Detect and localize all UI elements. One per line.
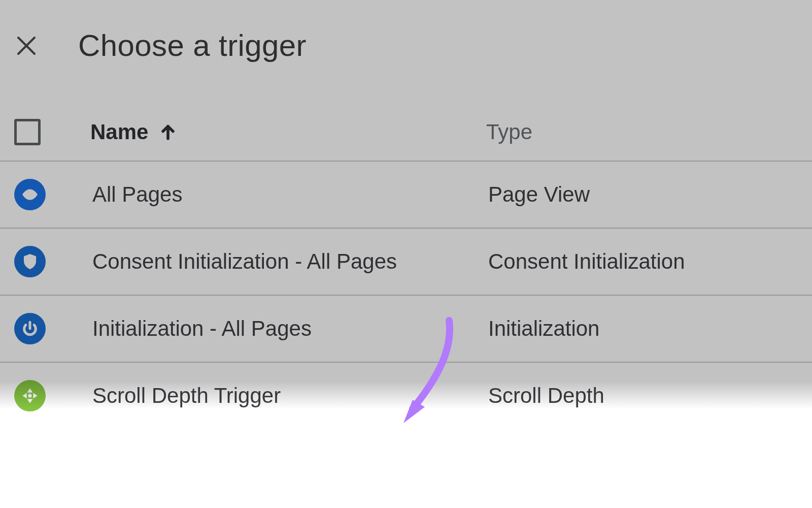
trigger-name: Consent Initialization - All Pages (92, 249, 488, 274)
eye-icon (14, 179, 46, 210)
trigger-type: Initialization (488, 316, 798, 341)
column-header-name[interactable]: Name (90, 120, 486, 144)
trigger-type: Page View (488, 182, 798, 207)
trigger-row[interactable]: Initialization - All Pages Initializatio… (0, 296, 812, 363)
panel-header: Choose a trigger (0, 0, 812, 104)
svg-point-4 (29, 194, 31, 196)
svg-marker-7 (28, 389, 32, 392)
sort-ascending-icon (159, 123, 177, 141)
power-icon (14, 313, 46, 344)
svg-marker-10 (33, 394, 37, 398)
panel-title: Choose a trigger (78, 28, 307, 63)
trigger-type: Consent Initialization (488, 249, 798, 274)
close-icon[interactable] (15, 35, 38, 57)
column-header-type-label: Type (486, 120, 532, 144)
svg-marker-9 (23, 394, 26, 398)
svg-point-6 (28, 394, 31, 397)
column-header-type[interactable]: Type (486, 120, 798, 144)
scroll-icon (14, 380, 46, 411)
select-all-checkbox[interactable] (14, 119, 41, 145)
column-header-name-label: Name (90, 120, 148, 144)
svg-marker-8 (28, 399, 32, 402)
trigger-name: Scroll Depth Trigger (92, 384, 488, 408)
table-header-row: Name Type (0, 104, 812, 162)
trigger-chooser-panel: Choose a trigger Name Type All Pages Pag… (0, 0, 812, 508)
trigger-row[interactable]: Consent Initialization - All Pages Conse… (0, 229, 812, 296)
trigger-row[interactable]: All Pages Page View (0, 162, 812, 229)
shield-icon (14, 246, 46, 277)
trigger-row-highlighted[interactable]: Scroll Depth Trigger Scroll Depth (0, 363, 812, 429)
trigger-name: Initialization - All Pages (92, 316, 488, 341)
trigger-name: All Pages (92, 182, 488, 207)
trigger-type: Scroll Depth (488, 384, 798, 408)
